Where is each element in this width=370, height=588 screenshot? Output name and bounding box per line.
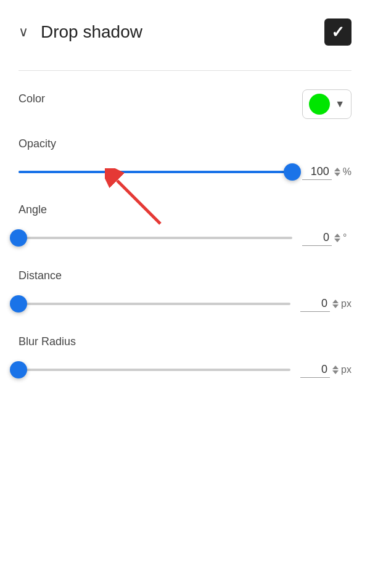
blur-radius-label: Blur Radius (18, 335, 352, 348)
blur-radius-input[interactable] (300, 362, 330, 378)
distance-section: Distance px (18, 269, 352, 312)
angle-slider-track[interactable] (18, 232, 292, 244)
opacity-label: Opacity (18, 137, 352, 150)
page-title: Drop shadow (41, 22, 324, 42)
distance-slider-track[interactable] (18, 298, 290, 310)
opacity-input[interactable] (302, 164, 332, 180)
blur-radius-section: Blur Radius px (18, 335, 352, 378)
checkmark-icon: ✓ (331, 24, 345, 40)
color-swatch (309, 94, 330, 115)
angle-decrement-icon[interactable] (334, 239, 340, 242)
distance-increment-icon[interactable] (332, 300, 339, 303)
angle-unit: ° (343, 232, 347, 243)
blur-radius-spinner[interactable] (332, 365, 339, 374)
distance-spinner[interactable] (332, 300, 339, 308)
blur-radius-slider-track[interactable] (18, 364, 290, 376)
chevron-icon[interactable]: ∨ (18, 24, 28, 40)
blur-radius-slider-row: px (18, 362, 352, 378)
angle-section: Angle ° (18, 203, 352, 246)
enable-checkbox[interactable]: ✓ (324, 18, 352, 46)
distance-unit: px (341, 298, 352, 309)
blur-radius-unit: px (341, 364, 352, 375)
opacity-slider-row: % (18, 164, 352, 180)
opacity-slider-track[interactable] (18, 166, 292, 178)
color-row: Color ▼ (18, 89, 352, 119)
opacity-value-box: % (302, 164, 352, 180)
angle-slider-thumb[interactable] (10, 229, 27, 247)
opacity-spinner[interactable] (334, 168, 340, 176)
drop-shadow-header: ∨ Drop shadow ✓ (18, 18, 352, 46)
blur-radius-value-box: px (300, 362, 352, 378)
opacity-unit: % (343, 166, 352, 178)
blur-radius-increment-icon[interactable] (332, 365, 339, 369)
color-picker-button[interactable]: ▼ (302, 89, 352, 119)
color-dropdown-arrow-icon: ▼ (335, 99, 345, 110)
distance-slider-row: px (18, 296, 352, 312)
distance-label: Distance (18, 269, 352, 282)
color-label: Color (18, 92, 45, 105)
opacity-slider-thumb[interactable] (284, 163, 301, 181)
distance-decrement-icon[interactable] (332, 304, 339, 308)
angle-spinner[interactable] (334, 234, 340, 242)
opacity-decrement-icon[interactable] (334, 173, 340, 176)
distance-value-box: px (300, 296, 352, 312)
distance-slider-thumb[interactable] (10, 295, 27, 312)
angle-label: Angle (18, 203, 352, 216)
angle-slider-row: ° (18, 230, 352, 246)
angle-input[interactable] (302, 230, 332, 246)
distance-input[interactable] (300, 296, 330, 312)
blur-radius-decrement-icon[interactable] (332, 370, 339, 374)
angle-value-box: ° (302, 230, 352, 246)
header-divider (18, 70, 352, 71)
opacity-section: Opacity % (18, 137, 352, 180)
angle-increment-icon[interactable] (334, 234, 340, 237)
blur-radius-slider-thumb[interactable] (10, 361, 27, 378)
opacity-increment-icon[interactable] (334, 168, 340, 171)
